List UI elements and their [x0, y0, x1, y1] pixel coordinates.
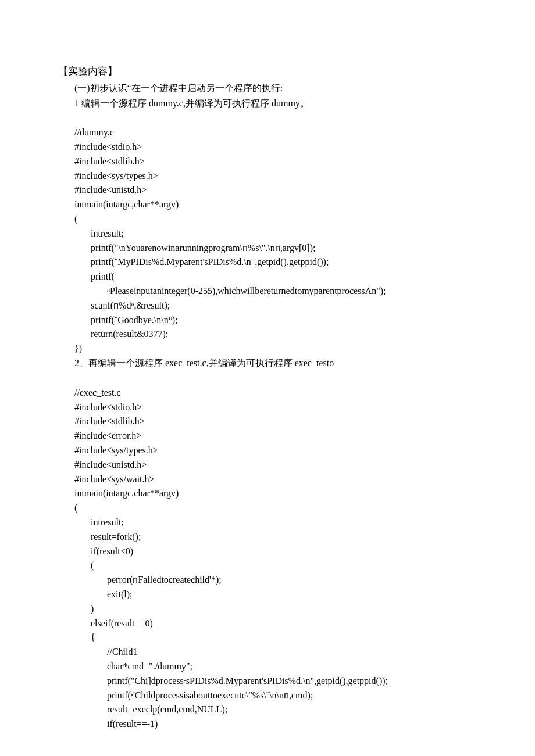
code-line: ⁿPleaseinputaninteger(0-255),whichwillbe…	[74, 286, 386, 296]
code-line: result=execlp(cmd,cmd,NULL);	[74, 704, 227, 714]
experiment-content-heading: 【实验内容】	[58, 64, 477, 79]
code-line: (	[74, 503, 77, 513]
code-line: })	[74, 343, 82, 353]
code-line: printf(¨Goodbye.\n\nᵘ);	[74, 315, 178, 325]
code-line: if(result==-1)	[74, 719, 158, 729]
code-line: printf(¨MyPIDis%d.Myparent'sPIDis%d.\n",…	[74, 257, 329, 267]
section-1-title: (一)初步认识“在一个进程中启动另一个程序的执行:	[74, 81, 477, 95]
code-line: result=fork();	[74, 532, 141, 542]
code-line: (	[74, 560, 94, 570]
code-line: #include<error.h>	[74, 431, 141, 440]
code-line: #include<stdlib.h>	[74, 416, 145, 426]
code-line: return(result&0377);	[74, 329, 168, 339]
code-line: #include<sys/wait.h>	[74, 474, 155, 484]
code-line: printf("\nYouarenowinarunningprogram\ᴨ%s…	[74, 243, 315, 253]
code-line: (	[74, 214, 77, 224]
code-line: if(result<0)	[74, 546, 133, 556]
code-line: char*cmd="./dummy";	[74, 661, 192, 671]
code-line: exit(l);	[74, 589, 133, 599]
code-line: //dummy.c	[74, 127, 114, 137]
code-line: #include<stdlib.h>	[74, 156, 145, 166]
code-line: #include<stdio.h>	[74, 142, 142, 152]
code-line: perror(ᴨFailedtocreatechild'*);	[74, 575, 222, 585]
code-line: printf(	[74, 271, 115, 281]
code-line: #include<sys/types.h>	[74, 445, 158, 455]
code-line: #include<unistd.h>	[74, 185, 147, 195]
code-line: intresult;	[74, 228, 124, 238]
code-block-2: //exec_test.c #include<stdio.h> #include…	[74, 371, 477, 732]
code-line: intmain(intargc,char**argv)	[74, 488, 179, 498]
document-page: 【实验内容】 (一)初步认识“在一个进程中启动另一个程序的执行: 1 编辑一个源…	[0, 0, 535, 756]
code-line: intmain(intargc,char**argv)	[74, 199, 179, 209]
code-line: )	[74, 604, 94, 614]
code-line: scanf(ᴨ%dⁿ,&result);	[74, 300, 170, 310]
code-line: printf(·'Childprocessisabouttoexecute\"%…	[74, 690, 313, 700]
step-2-text: 2、再编辑一个源程序 exec_test.c,并编译为可执行程序 exec_te…	[74, 356, 477, 370]
code-line: intresult;	[74, 517, 124, 527]
code-line: #include<stdio.h>	[74, 402, 142, 412]
code-line: #include<unistd.h>	[74, 460, 147, 470]
code-line: {	[74, 632, 95, 642]
code-line: #include<sys/types.h>	[74, 171, 158, 181]
code-block-1: //dummy.c #include<stdio.h> #include<std…	[74, 112, 477, 357]
step-1-text: 1 编辑一个源程序 dummy.c,并编译为可执行程序 dummy。	[74, 96, 477, 110]
code-line: //Child1	[74, 647, 137, 657]
code-line: //exec_test.c	[74, 388, 121, 397]
code-line: printf("Chi]dprocess·sPIDis%d.Myparent's…	[74, 676, 388, 686]
code-line: elseif(result==0)	[74, 618, 153, 628]
